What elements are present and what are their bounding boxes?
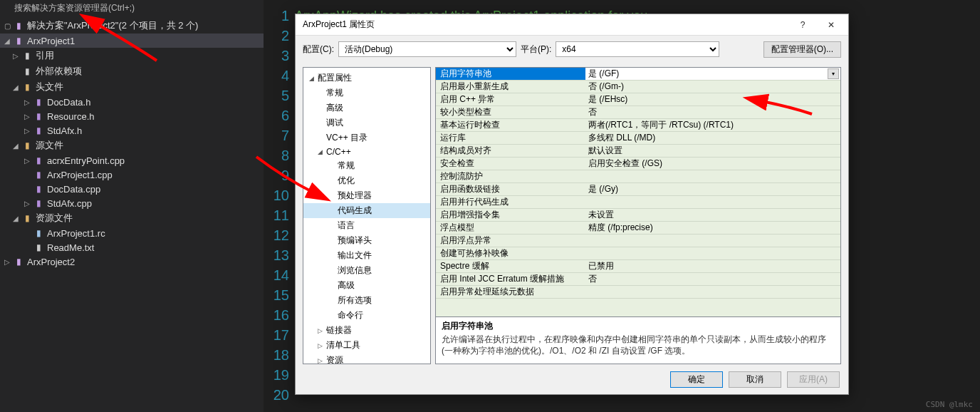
nav-item[interactable]: 常规 [303,158,430,173]
dropdown-icon[interactable]: ▾ [828,68,839,79]
tree-item[interactable]: ◢▮资源文件 [0,210,264,226]
nav-item[interactable]: 语言 [303,218,430,233]
property-value[interactable]: 多线程 DLL (/MD) [585,132,840,144]
property-value[interactable]: 是 (/GF)▾ [585,68,840,80]
tree-item-label: 引用 [36,49,54,62]
nav-item[interactable]: 调试 [303,115,430,130]
tree-item[interactable]: ▷▮acrxEntryPoint.cpp [0,153,264,168]
nav-item[interactable]: 常规 [303,86,430,101]
property-value[interactable]: 两者(/RTC1，等同于 /RTCsu) (/RTC1) [585,119,840,131]
platform-label: 平台(P): [521,43,551,56]
nav-item-label: 链接器 [326,324,352,336]
tree-item[interactable]: ▷▮StdAfx.cpp [0,196,264,210]
property-row[interactable]: 启用浮点异常 [436,235,840,247]
platform-select[interactable]: x64 [556,41,719,57]
property-row[interactable]: 结构成员对齐默认设置 [436,145,840,158]
property-row[interactable]: 浮点模型精度 (/fp:precise) [436,222,840,235]
tree-item[interactable]: ▷▮ArxProject2 [0,254,264,269]
tree-item[interactable]: ▮DocData.cpp [0,182,264,196]
tree-item[interactable]: ▷▮引用 [0,48,264,63]
chevron-icon: ▷ [23,113,31,120]
desc-body: 允许编译器在执行过程中，在程序映像和内存中创建相同字符串的单个只读副本，从而生成… [442,334,835,356]
tree-item-label: 解决方案"ArxProject2"(2 个项目，共 2 个) [27,19,198,32]
property-value[interactable]: 启用安全检查 (/GS) [585,158,840,170]
tree-item-label: ArxProject1.rc [47,228,105,239]
property-row[interactable]: 启用异常处理延续元数据 [436,286,840,299]
property-value[interactable]: 否 [585,106,840,118]
line-number: 5 [264,86,289,105]
property-grid[interactable]: 启用字符串池是 (/GF)▾启用最小重新生成否 (/Gm-)启用 C++ 异常是… [435,67,841,317]
tree-item-label: 源文件 [36,139,63,152]
ok-button[interactable]: 确定 [670,371,723,388]
nav-item[interactable]: 优化 [303,173,430,188]
property-name: 启用增强指令集 [436,209,585,221]
cancel-button[interactable]: 取消 [729,371,781,388]
property-row[interactable]: 较小类型检查否 [436,106,840,119]
nav-item[interactable]: 高级 [303,278,430,293]
property-row[interactable]: 基本运行时检查两者(/RTC1，等同于 /RTCsu) (/RTC1) [436,119,840,132]
property-row[interactable]: 启用增强指令集未设置 [436,209,840,222]
property-value[interactable]: 默认设置 [585,145,840,157]
property-value[interactable]: 已禁用 [585,260,840,272]
nav-item[interactable]: 预处理器 [303,188,430,203]
nav-item-label: 配置属性 [318,72,352,84]
property-row[interactable]: 控制流防护 [436,170,840,183]
tree-item[interactable]: ▮ReadMe.txt [0,240,264,254]
property-row[interactable]: 启用 C++ 异常是 (/EHsc) [436,93,840,106]
help-button[interactable]: ? [788,15,817,35]
property-row[interactable]: 启用函数级链接是 (/Gy) [436,183,840,196]
tree-item[interactable]: ▷▮DocData.h [0,95,264,109]
nav-item[interactable]: 命令行 [303,308,430,323]
property-row[interactable]: 启用并行代码生成 [436,196,840,209]
config-manager-button[interactable]: 配置管理器(O)... [763,41,841,58]
tree-item[interactable]: ▮外部依赖项 [0,63,264,79]
property-name: Spectre 缓解 [436,260,585,272]
property-value[interactable]: 是 (/Gy) [585,183,840,195]
file-icon: ▮ [21,81,33,93]
file-icon: ▮ [33,183,44,195]
property-value[interactable]: 否 (/Gm-) [585,81,840,93]
nav-item[interactable]: 输出文件 [303,248,430,263]
nav-item[interactable]: 所有选项 [303,293,430,308]
nav-item[interactable]: 高级 [303,101,430,115]
tree-item[interactable]: ◢▮源文件 [0,138,264,153]
config-select[interactable]: 活动(Debug) [338,41,516,57]
property-row[interactable]: 启用最小重新生成否 (/Gm-) [436,81,840,93]
property-value[interactable]: 精度 (/fp:precise) [585,222,840,234]
chevron-icon: ▷ [318,357,326,364]
tree-item[interactable]: ◢▮ArxProject1 [0,34,264,48]
close-button[interactable]: ✕ [817,15,845,35]
property-nav-tree[interactable]: ◢配置属性常规高级调试VC++ 目录◢C/C++常规优化预处理器代码生成语言预编… [303,67,431,364]
chevron-icon: ▷ [23,127,31,135]
property-row[interactable]: 运行库多线程 DLL (/MD) [436,132,840,145]
property-name: 启用并行代码生成 [436,196,585,208]
property-value[interactable]: 未设置 [585,209,840,221]
property-description: 启用字符串池 允许编译器在执行过程中，在程序映像和内存中创建相同字符串的单个只读… [435,317,841,364]
apply-button[interactable]: 应用(A) [787,371,840,388]
property-row[interactable]: 创建可热修补映像 [436,247,840,260]
solution-tree[interactable]: ▢▮解决方案"ArxProject2"(2 个项目，共 2 个)◢▮ArxPro… [0,16,264,270]
nav-item[interactable]: 代码生成 [303,203,430,218]
nav-item[interactable]: VC++ 目录 [303,130,430,145]
nav-item[interactable]: ◢配置属性 [303,71,430,86]
property-row[interactable]: 安全检查启用安全检查 (/GS) [436,158,840,170]
search-placeholder[interactable]: 搜索解决方案资源管理器(Ctrl+;) [0,0,264,16]
tree-item[interactable]: ◢▮头文件 [0,79,264,95]
property-row[interactable]: 启用 Intel JCC Erratum 缓解措施否 [436,273,840,286]
tree-item[interactable]: ▷▮Resource.h [0,109,264,123]
tree-item[interactable]: ▮ArxProject1.cpp [0,168,264,182]
chevron-icon: ▷ [23,98,31,106]
property-value[interactable]: 否 [585,273,840,285]
property-row[interactable]: 启用字符串池是 (/GF)▾ [436,68,840,81]
nav-item[interactable]: ▷清单工具 [303,338,430,353]
nav-item[interactable]: ◢C/C++ [303,145,430,158]
nav-item[interactable]: 浏览信息 [303,263,430,278]
property-value[interactable]: 是 (/EHsc) [585,93,840,105]
tree-item[interactable]: ▢▮解决方案"ArxProject2"(2 个项目，共 2 个) [0,18,264,34]
nav-item[interactable]: ▷链接器 [303,323,430,338]
nav-item[interactable]: ▷资源 [303,353,430,364]
nav-item[interactable]: 预编译头 [303,233,430,248]
tree-item[interactable]: ▮ArxProject1.rc [0,226,264,240]
property-row[interactable]: Spectre 缓解已禁用 [436,260,840,273]
tree-item[interactable]: ▷▮StdAfx.h [0,123,264,138]
